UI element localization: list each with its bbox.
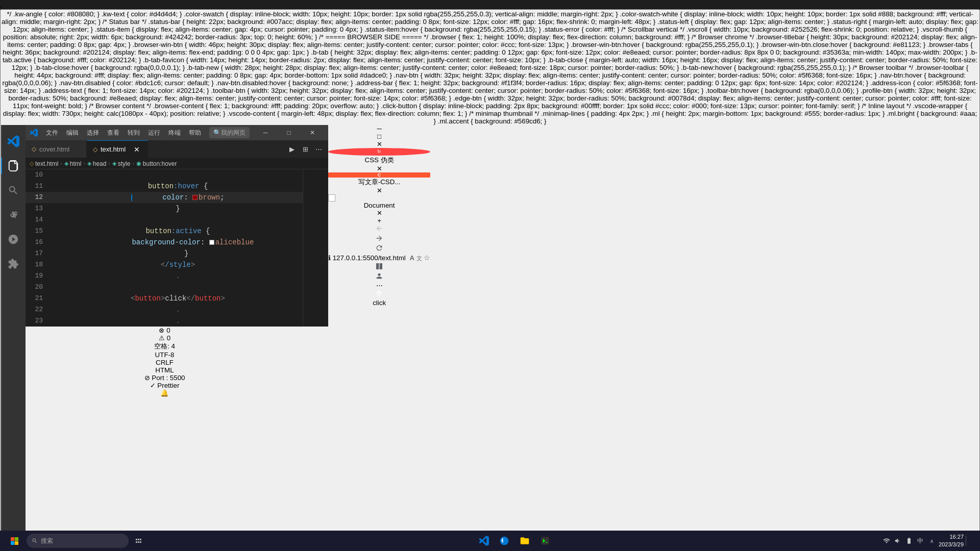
code-editor[interactable]: 10 11 button:hover { 12 color: brown; xyxy=(26,169,303,327)
browser-profile-button[interactable] xyxy=(328,272,430,282)
line-num-12: 12 xyxy=(26,192,51,203)
tab-more-button[interactable]: ⋯ xyxy=(313,143,324,155)
activity-icon-extensions[interactable] xyxy=(1,252,26,276)
browser-tab-css-close[interactable]: ✕ xyxy=(328,165,430,172)
minimap-content xyxy=(303,169,328,327)
address-bar[interactable]: ℹ 127.0.0.1:5500/text.html A 文 ☆ xyxy=(328,254,430,262)
browser-tab-document[interactable]: Document ✕ xyxy=(328,194,430,217)
address-star-icon[interactable]: ☆ xyxy=(424,254,430,262)
activity-icon-run[interactable] xyxy=(1,227,26,252)
taskbar-task-view[interactable] xyxy=(131,533,147,549)
breadcrumb-selector[interactable]: ◉ button:hover xyxy=(136,160,177,167)
breadcrumb-sep-2: › xyxy=(83,161,85,166)
browser-more-button[interactable]: ⋯ xyxy=(328,282,430,289)
activity-icon-explorer[interactable] xyxy=(1,154,26,178)
vscode-logo-icon xyxy=(30,129,38,137)
line-num-18: 18 xyxy=(26,259,51,270)
code-line-13: 13 } xyxy=(26,203,303,214)
vscode-maximize-button[interactable]: □ xyxy=(277,125,301,140)
tray-battery-icon[interactable] xyxy=(904,536,914,546)
browser-tab-css[interactable]: CSS 伪类 ✕ xyxy=(328,148,430,172)
tray-show-desktop[interactable] xyxy=(966,536,976,546)
breadcrumb-file[interactable]: ◇ text.html xyxy=(30,160,58,167)
browser-split-button[interactable] xyxy=(328,262,430,272)
tab-cover[interactable]: ◇ cover.html xyxy=(26,140,87,158)
tray-sound-icon[interactable] xyxy=(893,536,903,546)
browser-minimize-button[interactable]: ─ xyxy=(328,125,430,133)
tab-text[interactable]: ◇ text.html ✕ xyxy=(87,140,148,158)
tray-expand-icon[interactable]: ∧ xyxy=(926,536,937,546)
status-port[interactable]: ⊘ Port : 5500 xyxy=(1,374,328,382)
browser-maximize-button[interactable]: □ xyxy=(328,133,430,140)
vscode-menu: 文件 编辑 选择 查看 转到 运行 终端 帮助 xyxy=(42,125,205,140)
vscode-close-button[interactable]: ✕ xyxy=(301,125,324,140)
activity-icon-search[interactable] xyxy=(1,178,26,203)
taskbar-files[interactable] xyxy=(516,532,534,550)
status-line-ending[interactable]: CRLF xyxy=(1,359,328,366)
status-prettier[interactable]: ✓ Prettier xyxy=(1,382,328,389)
menu-select[interactable]: 选择 xyxy=(83,125,103,140)
status-language[interactable]: HTML xyxy=(1,366,328,374)
browser-tab-csdn[interactable]: C 写文章-CSD... ✕ xyxy=(328,172,430,194)
code-line-15: 15 button:active { xyxy=(26,226,303,237)
browser-refresh-button[interactable] xyxy=(328,244,430,254)
vscode-search-bar[interactable]: 🔍 我的网页 xyxy=(209,127,250,138)
line-content-11: button:hover { xyxy=(51,181,303,192)
breadcrumb-html[interactable]: ◈ html xyxy=(64,160,82,167)
status-errors[interactable]: ⊗ 0 xyxy=(1,327,328,334)
browser-edge-copilot-button[interactable] xyxy=(328,289,430,299)
line-num-16: 16 xyxy=(26,237,51,248)
taskbar-vscode[interactable] xyxy=(475,532,493,550)
browser-forward-button[interactable] xyxy=(328,234,430,244)
breadcrumb-style[interactable]: ◈ style xyxy=(112,160,131,167)
menu-file[interactable]: 文件 xyxy=(42,125,62,140)
minimap xyxy=(303,169,328,327)
tab-run-button[interactable]: ▶ xyxy=(286,143,298,155)
clock[interactable]: 16:27 2023/3/29 xyxy=(939,533,964,549)
menu-run[interactable]: 运行 xyxy=(144,125,164,140)
menu-help[interactable]: 帮助 xyxy=(185,125,205,140)
code-content[interactable]: 10 11 button:hover { 12 color: brown; xyxy=(26,169,303,327)
browser-new-tab-button[interactable]: + xyxy=(328,217,430,224)
breadcrumb-head[interactable]: ◈ head xyxy=(87,160,107,167)
activity-icon-logo[interactable] xyxy=(1,129,26,154)
browser-tabs: CSS 伪类 ✕ C 写文章-CSD... ✕ Document ✕ + xyxy=(328,148,430,224)
breadcrumb-file-icon: ◇ xyxy=(30,160,34,167)
activity-icon-git[interactable] xyxy=(1,203,26,227)
preview-click-button[interactable]: click xyxy=(328,299,430,307)
taskbar-edge[interactable] xyxy=(495,532,513,550)
status-warnings[interactable]: ⚠ 0 xyxy=(1,334,328,342)
status-indent[interactable]: 空格: 4 xyxy=(1,342,328,351)
tab-cover-icon: ◇ xyxy=(32,145,36,153)
menu-go[interactable]: 转到 xyxy=(124,125,144,140)
taskbar-center xyxy=(475,532,554,550)
start-button[interactable] xyxy=(4,531,24,551)
status-notifications[interactable]: 🔔 xyxy=(1,389,328,397)
tab-text-close[interactable]: ✕ xyxy=(132,145,141,154)
status-indent-label: 空格: 4 xyxy=(154,342,175,350)
status-notif-icon: 🔔 xyxy=(160,389,169,397)
vscode-titlebar: 文件 编辑 选择 查看 转到 运行 终端 帮助 🔍 我的网页 ─ □ ✕ xyxy=(26,125,328,140)
browser-tab-document-close[interactable]: ✕ xyxy=(328,209,430,217)
vscode-minimize-button[interactable]: ─ xyxy=(254,125,277,140)
browser-tab-csdn-close[interactable]: ✕ xyxy=(328,187,430,194)
tray-network-icon[interactable] xyxy=(881,536,892,546)
taskbar-search[interactable]: 搜索 xyxy=(27,534,129,548)
tray-ime-icon[interactable]: 中 xyxy=(915,536,925,546)
line-num-19: 19 xyxy=(26,270,51,282)
line-num-13: 13 xyxy=(26,203,51,214)
line-content-12: color: brown; xyxy=(51,192,303,203)
status-encoding[interactable]: UTF-8 xyxy=(1,351,328,359)
browser-close-button[interactable]: ✕ xyxy=(328,140,430,148)
taskbar-terminal[interactable] xyxy=(536,532,554,550)
code-line-14: 14 xyxy=(26,214,303,226)
breadcrumb: ◇ text.html › ◈ html › ◈ head › ◈ style xyxy=(26,158,328,169)
browser-back-button[interactable] xyxy=(328,224,430,234)
code-line-21: 21 <button>click</button> xyxy=(26,293,303,304)
status-language-label: HTML xyxy=(155,366,174,374)
tab-split-button[interactable]: ⊞ xyxy=(300,143,311,155)
menu-terminal[interactable]: 终端 xyxy=(164,125,185,140)
menu-edit[interactable]: 编辑 xyxy=(62,125,83,140)
line-content-17: } xyxy=(51,248,303,259)
menu-view[interactable]: 查看 xyxy=(103,125,124,140)
